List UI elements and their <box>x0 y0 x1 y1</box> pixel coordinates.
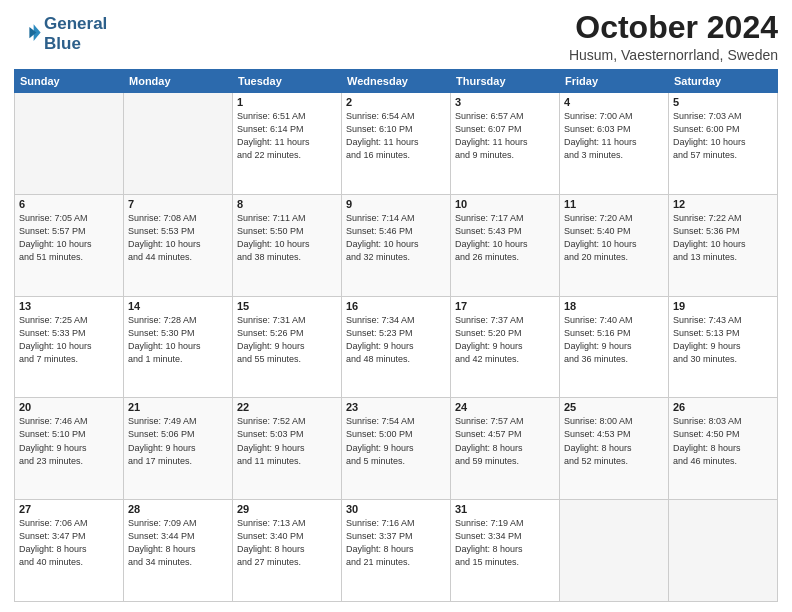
calendar-cell: 9Sunrise: 7:14 AM Sunset: 5:46 PM Daylig… <box>342 194 451 296</box>
day-info: Sunrise: 8:00 AM Sunset: 4:53 PM Dayligh… <box>564 415 664 467</box>
day-info: Sunrise: 7:09 AM Sunset: 3:44 PM Dayligh… <box>128 517 228 569</box>
calendar-cell: 1Sunrise: 6:51 AM Sunset: 6:14 PM Daylig… <box>233 93 342 195</box>
calendar-cell: 14Sunrise: 7:28 AM Sunset: 5:30 PM Dayli… <box>124 296 233 398</box>
calendar-cell: 19Sunrise: 7:43 AM Sunset: 5:13 PM Dayli… <box>669 296 778 398</box>
day-info: Sunrise: 7:40 AM Sunset: 5:16 PM Dayligh… <box>564 314 664 366</box>
calendar-week-row: 20Sunrise: 7:46 AM Sunset: 5:10 PM Dayli… <box>15 398 778 500</box>
calendar-cell <box>15 93 124 195</box>
day-info: Sunrise: 7:19 AM Sunset: 3:34 PM Dayligh… <box>455 517 555 569</box>
month-title: October 2024 <box>569 10 778 45</box>
calendar-cell: 2Sunrise: 6:54 AM Sunset: 6:10 PM Daylig… <box>342 93 451 195</box>
day-number: 15 <box>237 300 337 312</box>
day-number: 22 <box>237 401 337 413</box>
calendar-cell: 15Sunrise: 7:31 AM Sunset: 5:26 PM Dayli… <box>233 296 342 398</box>
day-info: Sunrise: 7:03 AM Sunset: 6:00 PM Dayligh… <box>673 110 773 162</box>
calendar-week-row: 1Sunrise: 6:51 AM Sunset: 6:14 PM Daylig… <box>15 93 778 195</box>
day-number: 8 <box>237 198 337 210</box>
calendar-week-row: 13Sunrise: 7:25 AM Sunset: 5:33 PM Dayli… <box>15 296 778 398</box>
day-info: Sunrise: 6:51 AM Sunset: 6:14 PM Dayligh… <box>237 110 337 162</box>
day-number: 20 <box>19 401 119 413</box>
weekday-header-thursday: Thursday <box>451 70 560 93</box>
calendar-cell: 8Sunrise: 7:11 AM Sunset: 5:50 PM Daylig… <box>233 194 342 296</box>
day-info: Sunrise: 7:54 AM Sunset: 5:00 PM Dayligh… <box>346 415 446 467</box>
logo-text: General Blue <box>44 14 107 53</box>
day-number: 19 <box>673 300 773 312</box>
calendar-cell: 11Sunrise: 7:20 AM Sunset: 5:40 PM Dayli… <box>560 194 669 296</box>
calendar-cell <box>669 500 778 602</box>
calendar-cell: 16Sunrise: 7:34 AM Sunset: 5:23 PM Dayli… <box>342 296 451 398</box>
calendar-cell: 28Sunrise: 7:09 AM Sunset: 3:44 PM Dayli… <box>124 500 233 602</box>
logo: General Blue <box>14 14 107 53</box>
calendar-cell: 29Sunrise: 7:13 AM Sunset: 3:40 PM Dayli… <box>233 500 342 602</box>
calendar-cell <box>560 500 669 602</box>
calendar-cell: 18Sunrise: 7:40 AM Sunset: 5:16 PM Dayli… <box>560 296 669 398</box>
day-number: 29 <box>237 503 337 515</box>
day-info: Sunrise: 7:43 AM Sunset: 5:13 PM Dayligh… <box>673 314 773 366</box>
header: General Blue October 2024 Husum, Vaester… <box>14 10 778 63</box>
day-number: 16 <box>346 300 446 312</box>
calendar-week-row: 27Sunrise: 7:06 AM Sunset: 3:47 PM Dayli… <box>15 500 778 602</box>
weekday-header-sunday: Sunday <box>15 70 124 93</box>
day-number: 7 <box>128 198 228 210</box>
day-number: 24 <box>455 401 555 413</box>
weekday-header-row: SundayMondayTuesdayWednesdayThursdayFrid… <box>15 70 778 93</box>
weekday-header-tuesday: Tuesday <box>233 70 342 93</box>
calendar-cell: 5Sunrise: 7:03 AM Sunset: 6:00 PM Daylig… <box>669 93 778 195</box>
day-info: Sunrise: 7:52 AM Sunset: 5:03 PM Dayligh… <box>237 415 337 467</box>
calendar-cell: 17Sunrise: 7:37 AM Sunset: 5:20 PM Dayli… <box>451 296 560 398</box>
calendar-cell: 30Sunrise: 7:16 AM Sunset: 3:37 PM Dayli… <box>342 500 451 602</box>
day-info: Sunrise: 7:13 AM Sunset: 3:40 PM Dayligh… <box>237 517 337 569</box>
calendar-cell <box>124 93 233 195</box>
day-info: Sunrise: 7:20 AM Sunset: 5:40 PM Dayligh… <box>564 212 664 264</box>
calendar-cell: 27Sunrise: 7:06 AM Sunset: 3:47 PM Dayli… <box>15 500 124 602</box>
day-info: Sunrise: 7:34 AM Sunset: 5:23 PM Dayligh… <box>346 314 446 366</box>
location-subtitle: Husum, Vaesternorrland, Sweden <box>569 47 778 63</box>
calendar-cell: 6Sunrise: 7:05 AM Sunset: 5:57 PM Daylig… <box>15 194 124 296</box>
calendar-cell: 10Sunrise: 7:17 AM Sunset: 5:43 PM Dayli… <box>451 194 560 296</box>
day-number: 13 <box>19 300 119 312</box>
calendar-cell: 21Sunrise: 7:49 AM Sunset: 5:06 PM Dayli… <box>124 398 233 500</box>
calendar-cell: 3Sunrise: 6:57 AM Sunset: 6:07 PM Daylig… <box>451 93 560 195</box>
calendar-cell: 31Sunrise: 7:19 AM Sunset: 3:34 PM Dayli… <box>451 500 560 602</box>
calendar-cell: 13Sunrise: 7:25 AM Sunset: 5:33 PM Dayli… <box>15 296 124 398</box>
day-info: Sunrise: 8:03 AM Sunset: 4:50 PM Dayligh… <box>673 415 773 467</box>
day-number: 30 <box>346 503 446 515</box>
day-number: 31 <box>455 503 555 515</box>
day-info: Sunrise: 7:08 AM Sunset: 5:53 PM Dayligh… <box>128 212 228 264</box>
day-info: Sunrise: 7:14 AM Sunset: 5:46 PM Dayligh… <box>346 212 446 264</box>
day-number: 1 <box>237 96 337 108</box>
calendar-cell: 23Sunrise: 7:54 AM Sunset: 5:00 PM Dayli… <box>342 398 451 500</box>
day-info: Sunrise: 6:57 AM Sunset: 6:07 PM Dayligh… <box>455 110 555 162</box>
day-number: 11 <box>564 198 664 210</box>
weekday-header-saturday: Saturday <box>669 70 778 93</box>
day-number: 26 <box>673 401 773 413</box>
day-info: Sunrise: 7:11 AM Sunset: 5:50 PM Dayligh… <box>237 212 337 264</box>
day-info: Sunrise: 7:22 AM Sunset: 5:36 PM Dayligh… <box>673 212 773 264</box>
day-number: 14 <box>128 300 228 312</box>
day-info: Sunrise: 7:37 AM Sunset: 5:20 PM Dayligh… <box>455 314 555 366</box>
calendar-cell: 20Sunrise: 7:46 AM Sunset: 5:10 PM Dayli… <box>15 398 124 500</box>
day-number: 27 <box>19 503 119 515</box>
day-info: Sunrise: 7:25 AM Sunset: 5:33 PM Dayligh… <box>19 314 119 366</box>
day-number: 4 <box>564 96 664 108</box>
day-number: 23 <box>346 401 446 413</box>
page: General Blue October 2024 Husum, Vaester… <box>0 0 792 612</box>
day-info: Sunrise: 7:16 AM Sunset: 3:37 PM Dayligh… <box>346 517 446 569</box>
day-number: 6 <box>19 198 119 210</box>
title-block: October 2024 Husum, Vaesternorrland, Swe… <box>569 10 778 63</box>
calendar-cell: 24Sunrise: 7:57 AM Sunset: 4:57 PM Dayli… <box>451 398 560 500</box>
day-info: Sunrise: 7:05 AM Sunset: 5:57 PM Dayligh… <box>19 212 119 264</box>
calendar-cell: 12Sunrise: 7:22 AM Sunset: 5:36 PM Dayli… <box>669 194 778 296</box>
day-number: 3 <box>455 96 555 108</box>
day-number: 18 <box>564 300 664 312</box>
day-number: 17 <box>455 300 555 312</box>
day-info: Sunrise: 7:00 AM Sunset: 6:03 PM Dayligh… <box>564 110 664 162</box>
day-number: 28 <box>128 503 228 515</box>
day-info: Sunrise: 7:49 AM Sunset: 5:06 PM Dayligh… <box>128 415 228 467</box>
day-info: Sunrise: 6:54 AM Sunset: 6:10 PM Dayligh… <box>346 110 446 162</box>
weekday-header-monday: Monday <box>124 70 233 93</box>
day-info: Sunrise: 7:57 AM Sunset: 4:57 PM Dayligh… <box>455 415 555 467</box>
day-info: Sunrise: 7:46 AM Sunset: 5:10 PM Dayligh… <box>19 415 119 467</box>
day-info: Sunrise: 7:31 AM Sunset: 5:26 PM Dayligh… <box>237 314 337 366</box>
calendar-table: SundayMondayTuesdayWednesdayThursdayFrid… <box>14 69 778 602</box>
